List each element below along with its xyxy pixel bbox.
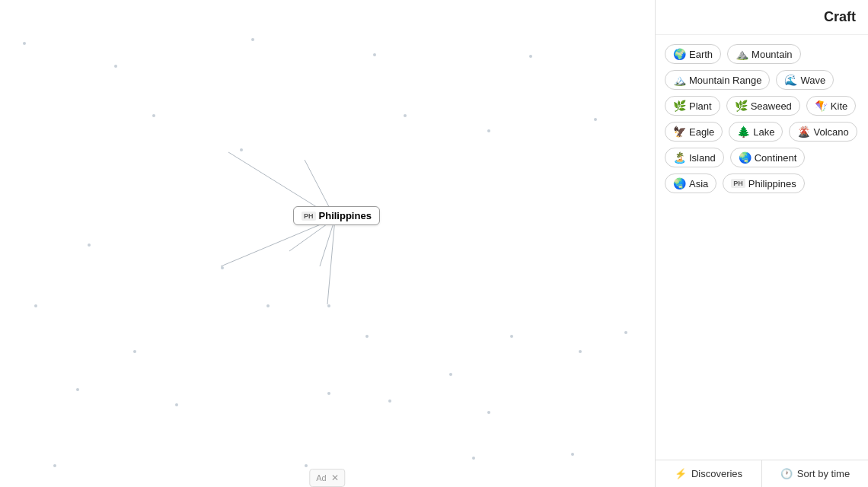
- svg-line-5: [221, 218, 335, 266]
- tag-earth[interactable]: 🌍Earth: [665, 44, 721, 64]
- tag-mountain[interactable]: ⛰️Mountain: [727, 44, 800, 64]
- tag-icon-mountain: ⛰️: [736, 48, 748, 60]
- tag-lake[interactable]: 🌲Lake: [729, 122, 783, 142]
- ad-text: Ad: [316, 473, 326, 482]
- map-dot: [365, 335, 369, 338]
- map-dot: [305, 464, 308, 467]
- tag-icon-seaweed: 🌿: [735, 100, 748, 112]
- map-dot: [34, 304, 37, 307]
- map-dot: [373, 53, 376, 56]
- map-dot: [472, 457, 475, 460]
- tags-container: 🌍Earth⛰️Mountain🏔️Mountain Range🌊Wave🌿Pl…: [656, 35, 868, 460]
- tag-icon-earth: 🌍: [673, 48, 686, 60]
- tag-label-seaweed: Seaweed: [751, 100, 792, 112]
- map-dot: [624, 331, 627, 334]
- tag-mountain-range[interactable]: 🏔️Mountain Range: [665, 70, 770, 90]
- map-dot: [404, 114, 407, 117]
- tag-asia[interactable]: 🌏Asia: [665, 173, 716, 193]
- discoveries-label: Discoveries: [691, 468, 742, 479]
- tag-prefix-philippines: PH: [731, 179, 745, 188]
- tag-label-island: Island: [689, 152, 716, 164]
- map-dot: [88, 244, 91, 247]
- sidebar-header: Craft: [656, 0, 868, 35]
- map-lines: [0, 0, 655, 487]
- tag-label-earth: Earth: [689, 49, 713, 60]
- tag-label-volcano: Volcano: [813, 126, 848, 138]
- map-dot: [133, 350, 136, 353]
- map-dot: [114, 65, 117, 68]
- map-dot: [251, 38, 254, 41]
- tag-label-mountain: Mountain: [752, 49, 792, 60]
- map-dot: [579, 350, 582, 353]
- tag-label-asia: Asia: [689, 178, 708, 189]
- tag-label-kite: Kite: [831, 100, 847, 112]
- tag-icon-eagle: 🦅: [673, 126, 686, 138]
- map-dot: [76, 388, 79, 391]
- map-dot: [510, 335, 513, 338]
- ad-close-icon[interactable]: ✕: [331, 473, 339, 483]
- discoveries-icon: ⚡: [675, 468, 687, 479]
- tag-label-plant: Plant: [689, 100, 712, 112]
- tag-label-wave: Wave: [800, 75, 825, 86]
- map-dot: [175, 403, 178, 406]
- map-dot: [594, 118, 597, 121]
- svg-line-4: [327, 218, 335, 304]
- map-dot: [221, 266, 224, 269]
- map-dot: [529, 55, 532, 58]
- tag-icon-mountain-range: 🏔️: [673, 74, 686, 86]
- map-dot: [327, 392, 330, 395]
- tag-kite[interactable]: 🪁Kite: [806, 96, 856, 116]
- map-dot: [266, 304, 270, 307]
- map-dot: [449, 373, 452, 376]
- map-area[interactable]: PH Philippines Ad ✕: [0, 0, 655, 487]
- map-dot: [388, 399, 391, 403]
- map-dot: [53, 464, 56, 467]
- tag-philippines[interactable]: PHPhilippines: [723, 173, 804, 193]
- tag-label-philippines: Philippines: [748, 178, 796, 189]
- tag-icon-kite: 🪁: [815, 100, 828, 112]
- tag-seaweed[interactable]: 🌿Seaweed: [726, 96, 800, 116]
- tag-icon-island: 🏝️: [673, 151, 686, 164]
- map-dot: [487, 129, 490, 132]
- tag-plant[interactable]: 🌿Plant: [665, 96, 720, 116]
- discoveries-button[interactable]: ⚡ Discoveries: [656, 460, 762, 487]
- tag-wave[interactable]: 🌊Wave: [776, 70, 834, 90]
- tag-continent[interactable]: 🌏Continent: [730, 148, 806, 167]
- sort-by-time-button[interactable]: 🕐 Sort by time: [762, 460, 868, 487]
- map-dot: [571, 453, 574, 456]
- tag-icon-wave: 🌊: [784, 74, 797, 86]
- map-dot: [23, 42, 26, 45]
- tag-volcano[interactable]: 🌋Volcano: [789, 122, 857, 142]
- tag-icon-lake: 🌲: [737, 126, 750, 138]
- tag-label-continent: Continent: [755, 152, 797, 164]
- philippines-node[interactable]: PH Philippines: [293, 206, 380, 225]
- tag-eagle[interactable]: 🦅Eagle: [665, 122, 723, 142]
- tag-icon-continent: 🌏: [739, 151, 752, 164]
- sort-label: Sort by time: [797, 468, 850, 479]
- sidebar: Craft 🌍Earth⛰️Mountain🏔️Mountain Range🌊W…: [655, 0, 868, 487]
- tag-island[interactable]: 🏝️Island: [665, 148, 724, 167]
- tag-icon-volcano: 🌋: [797, 126, 810, 138]
- tag-icon-asia: 🌏: [673, 177, 686, 189]
- map-dot: [240, 148, 243, 151]
- philippines-label: Philippines: [319, 210, 372, 221]
- philippines-prefix: PH: [302, 212, 316, 221]
- tag-label-lake: Lake: [753, 126, 774, 138]
- map-dot: [152, 114, 155, 117]
- tag-label-mountain-range: Mountain Range: [689, 75, 761, 86]
- svg-line-3: [320, 218, 335, 266]
- tag-icon-plant: 🌿: [673, 100, 686, 112]
- tag-label-eagle: Eagle: [689, 126, 714, 138]
- sidebar-footer: ⚡ Discoveries 🕐 Sort by time: [656, 460, 868, 487]
- sort-icon: 🕐: [780, 468, 793, 479]
- ad-banner: Ad ✕: [309, 469, 345, 487]
- map-dot: [487, 411, 490, 414]
- map-dot: [327, 304, 330, 307]
